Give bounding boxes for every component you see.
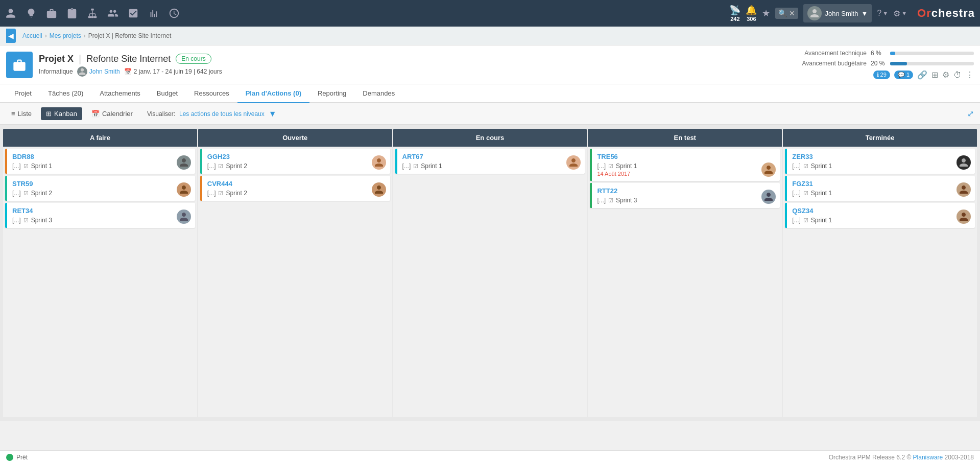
chart-nav-icon[interactable] xyxy=(148,8,159,19)
tab-budget[interactable]: Budget xyxy=(149,84,186,103)
card-STR59[interactable]: STR59 [...] ☑ Sprint 2 xyxy=(5,176,195,201)
checkbox-nav-icon[interactable] xyxy=(128,8,139,19)
card-ellipsis: [...] xyxy=(12,190,21,197)
help-button[interactable]: ?▼ xyxy=(877,9,888,18)
nav-icons-group xyxy=(5,8,729,19)
task-check-icon: ☑ xyxy=(23,217,29,224)
card-title-TRE56[interactable]: TRE56 xyxy=(597,153,775,160)
calendar-view-icon: 📅 xyxy=(91,110,100,118)
column-en-cours: En cours ART67 [...] ☑ Sprint 1 xyxy=(393,129,587,417)
card-title-FGZ31[interactable]: FGZ31 xyxy=(792,180,970,188)
rss-notification[interactable]: 📡 242 xyxy=(729,5,740,22)
card-GGH23[interactable]: GGH23 [...] ☑ Sprint 2 xyxy=(200,149,390,174)
tab-taches[interactable]: Tâches (20) xyxy=(40,84,91,103)
favorites-star-icon[interactable]: ★ xyxy=(762,8,770,19)
kanban-toolbar: ≡ Liste ⊞ Kanban 📅 Calendrier Visualiser… xyxy=(0,103,980,125)
user-menu-button[interactable]: John Smith ▼ xyxy=(803,4,872,22)
card-title-GGH23[interactable]: GGH23 xyxy=(207,153,385,160)
card-avatar-TRE56 xyxy=(761,163,776,177)
expand-icon[interactable]: ⤢ xyxy=(967,109,974,118)
settings-button[interactable]: ⚙▼ xyxy=(893,9,907,18)
card-RET34[interactable]: RET34 [...] ☑ Sprint 3 xyxy=(5,203,195,228)
card-title-STR59[interactable]: STR59 xyxy=(12,180,190,188)
footer-copyright: Orchestra PPM Release 6.2 © Planisware 2… xyxy=(829,454,974,461)
budget-progress-fill xyxy=(890,62,907,65)
card-title-QSZ34[interactable]: QSZ34 xyxy=(792,207,970,215)
owner-avatar xyxy=(77,66,87,77)
team-nav-icon[interactable] xyxy=(107,8,118,19)
share-icon[interactable]: 🔗 xyxy=(917,70,927,80)
card-TRE56[interactable]: TRE56 [...] ☑ Sprint 1 14 Août 2017 xyxy=(590,149,780,181)
project-tabs: Projet Tâches (20) Attachements Budget R… xyxy=(0,84,980,103)
project-icon-box xyxy=(6,52,33,78)
tab-projet[interactable]: Projet xyxy=(6,84,40,103)
more-options-icon[interactable]: ⋮ xyxy=(966,70,974,80)
svg-rect-2 xyxy=(91,16,94,18)
user-nav-icon[interactable] xyxy=(5,8,16,19)
card-title-RTT22[interactable]: RTT22 xyxy=(597,187,775,195)
visualiser-value[interactable]: Les actions de tous les niveaux xyxy=(179,110,265,118)
notification-count-badge[interactable]: ℹ 29 xyxy=(873,71,890,79)
clipboard-nav-icon[interactable] xyxy=(66,8,78,19)
app-logo: Orchestra xyxy=(917,7,975,20)
visualiser-dropdown-icon[interactable]: ▼ xyxy=(269,109,277,119)
status-text: Prêt xyxy=(16,454,28,461)
card-title-ART67[interactable]: ART67 xyxy=(402,153,580,160)
project-status-badge: En cours xyxy=(176,54,211,64)
kanban-view-button[interactable]: ⊞ Kanban xyxy=(41,107,82,120)
column-ouverte: Ouverte GGH23 [...] ☑ Sprint 2 CVR444 [.… xyxy=(198,129,392,417)
app-footer: Prêt Orchestra PPM Release 6.2 © Planisw… xyxy=(0,450,980,464)
orgchart-nav-icon[interactable] xyxy=(87,8,98,19)
column-a-faire: A faire BDR88 [...] ☑ Sprint 1 STR59 [..… xyxy=(3,129,197,417)
card-ellipsis: [...] xyxy=(792,217,801,224)
card-title-BDR88[interactable]: BDR88 xyxy=(12,153,190,160)
project-owner-link[interactable]: John Smith xyxy=(77,66,120,77)
card-avatar-BDR88 xyxy=(177,155,191,170)
card-title-CVR444[interactable]: CVR444 xyxy=(207,180,385,188)
breadcrumb-mes-projets[interactable]: Mes projets xyxy=(50,32,81,39)
svg-rect-3 xyxy=(94,16,97,18)
card-RTT22[interactable]: RTT22 [...] ☑ Sprint 3 xyxy=(590,183,780,208)
clock-nav-icon[interactable] xyxy=(169,8,180,19)
card-avatar-RTT22 xyxy=(761,190,776,204)
calendar-view-button[interactable]: 📅 Calendrier xyxy=(86,107,138,120)
card-title-ZER33[interactable]: ZER33 xyxy=(792,153,970,160)
comment-count-badge[interactable]: 💬 1 xyxy=(894,71,913,79)
table-view-icon[interactable]: ⊞ xyxy=(931,70,938,80)
budget-progress-row: Avancement budgétaire 20 % xyxy=(795,60,974,67)
tab-attachements[interactable]: Attachements xyxy=(91,84,149,103)
task-check-icon: ☑ xyxy=(608,197,613,204)
card-QSZ34[interactable]: QSZ34 [...] ☑ Sprint 1 xyxy=(785,203,975,228)
project-info: Projet X | Refonte Site Internet En cour… xyxy=(39,53,789,77)
tab-demandes[interactable]: Demandes xyxy=(354,84,403,103)
card-BDR88[interactable]: BDR88 [...] ☑ Sprint 1 xyxy=(5,149,195,174)
planisware-link[interactable]: Planisware xyxy=(913,454,943,461)
breadcrumb-home[interactable]: Accueil xyxy=(22,32,42,39)
column-en-test-cards: TRE56 [...] ☑ Sprint 1 14 Août 2017 RTT2… xyxy=(588,147,782,417)
card-ART67[interactable]: ART67 [...] ☑ Sprint 1 xyxy=(395,149,585,174)
settings-project-icon[interactable]: ⚙ xyxy=(942,70,949,80)
search-toggle[interactable]: 🔍 ✕ xyxy=(775,8,798,19)
list-view-button[interactable]: ≡ Liste xyxy=(6,107,37,120)
card-ellipsis: [...] xyxy=(12,217,21,224)
tab-reporting[interactable]: Reporting xyxy=(309,84,354,103)
card-ellipsis: [...] xyxy=(597,197,606,204)
nav-toggle-button[interactable]: ◀ xyxy=(6,29,16,43)
tab-ressources[interactable]: Ressources xyxy=(186,84,237,103)
card-FGZ31[interactable]: FGZ31 [...] ☑ Sprint 1 xyxy=(785,176,975,201)
briefcase-nav-icon[interactable] xyxy=(46,8,57,19)
task-check-icon: ☑ xyxy=(218,190,223,197)
task-check-icon: ☑ xyxy=(23,190,29,197)
card-ZER33[interactable]: ZER33 [...] ☑ Sprint 1 xyxy=(785,149,975,174)
tab-plan-actions[interactable]: Plan d'Actions (0) xyxy=(237,84,309,103)
card-ellipsis: [...] xyxy=(597,163,606,170)
breadcrumb: ◀ Accueil › Mes projets › Projet X | Ref… xyxy=(0,27,980,45)
card-meta-GGH23: [...] ☑ Sprint 2 xyxy=(207,163,385,170)
card-CVR444[interactable]: CVR444 [...] ☑ Sprint 2 xyxy=(200,176,390,201)
card-title-RET34[interactable]: RET34 xyxy=(12,207,190,215)
status-dot xyxy=(6,454,13,461)
card-avatar-CVR444 xyxy=(372,182,386,197)
lightbulb-nav-icon[interactable] xyxy=(26,8,37,19)
bell-notification[interactable]: 🔔 306 xyxy=(746,5,757,22)
timer-icon[interactable]: ⏱ xyxy=(953,71,962,80)
